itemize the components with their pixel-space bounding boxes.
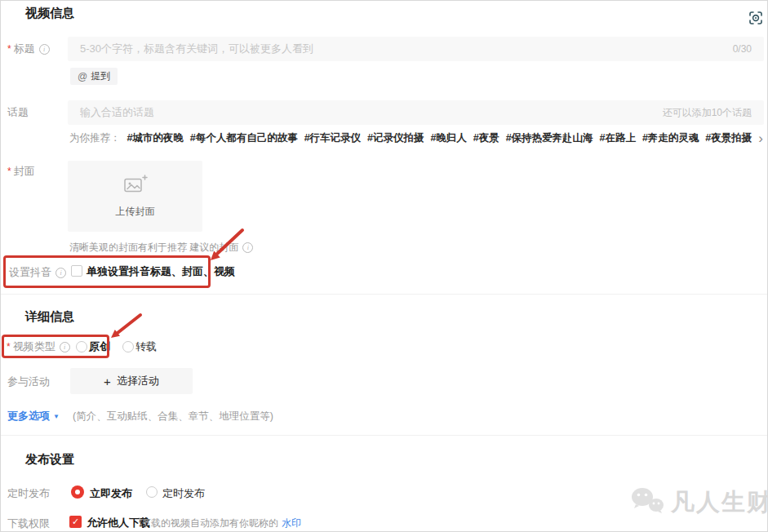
hashtag[interactable]: #城市的夜晚 [127, 131, 183, 145]
more-options-label: 更多选项 [7, 409, 50, 423]
radio-publish-timed[interactable] [146, 486, 158, 498]
activity-label: 参与活动 [7, 375, 50, 389]
upload-image-icon [123, 175, 148, 197]
title-placeholder: 5-30个字符，标题含有关键词，可以被更多人看到 [80, 42, 733, 56]
annotation-arrow-video-type [106, 312, 145, 346]
radio-publish-now[interactable] [71, 485, 84, 499]
annotation-box-video-type [2, 335, 109, 358]
chevron-right-icon[interactable]: › [758, 134, 763, 144]
download-hint-text: 下载的视频自动添加有你昵称的 [141, 516, 278, 530]
required-mark: * [7, 166, 11, 177]
topic-label-text: 话题 [7, 105, 29, 120]
mention-button[interactable]: @ 提到 [70, 68, 118, 85]
check-icon: ✓ [72, 516, 79, 526]
title-field-label: * 标题 i [7, 42, 50, 56]
download-permission-label: 下载权限 [7, 516, 50, 531]
title-char-counter: 0/30 [733, 43, 752, 55]
annotation-arrow-douyin [205, 227, 247, 268]
cover-label-text: 封面 [14, 164, 35, 179]
hashtag[interactable]: #在路上 [600, 131, 636, 145]
hashtag[interactable]: #保持热爱奔赴山海 [506, 131, 593, 145]
title-label-text: 标题 [14, 42, 35, 56]
more-options-hint: (简介、互动贴纸、合集、章节、地理位置等) [73, 410, 273, 423]
plus-icon: + [104, 375, 111, 388]
hashtag[interactable]: #行车记录仪 [304, 131, 361, 145]
more-options-toggle[interactable]: 更多选项 ▼ [7, 409, 60, 423]
hashtag[interactable]: #夜景拍摄 [705, 131, 752, 145]
annotation-box-douyin [3, 255, 211, 288]
hashtag[interactable]: #奔走的灵魂 [642, 131, 699, 145]
allow-download-checkbox[interactable]: ✓ [69, 516, 82, 528]
topic-remaining-hint: 还可以添加10个话题 [663, 106, 752, 120]
page-watermark: 凡人生财 [629, 485, 768, 520]
divider [1, 435, 767, 436]
topic-placeholder: 输入合适的话题 [80, 105, 663, 120]
schedule-label-text: 定时发布 [7, 486, 50, 501]
screen-capture-icon[interactable] [748, 10, 764, 26]
title-input[interactable]: 5-30个字符，标题含有关键词，可以被更多人看到 0/30 [68, 37, 764, 61]
activity-label-text: 参与活动 [7, 375, 50, 389]
mention-button-label: 提到 [91, 69, 110, 83]
cover-upload-label: 上传封面 [116, 205, 155, 219]
wechat-logo-icon [629, 485, 665, 520]
watermark-link[interactable]: 水印 [282, 516, 301, 530]
page-title: 视频信息 [25, 6, 74, 21]
topic-field-label: 话题 [7, 105, 29, 120]
required-mark: * [7, 43, 11, 55]
video-upload-form: 视频信息 * 标题 i 5-30个字符，标题含有关键词，可以被更多人看到 0/3… [0, 0, 768, 532]
download-label-text: 下载权限 [7, 516, 50, 531]
select-activity-label: 选择活动 [117, 374, 159, 388]
select-activity-button[interactable]: + 选择活动 [70, 368, 193, 394]
hashtag[interactable]: #夜景 [473, 131, 499, 145]
divider [1, 294, 767, 295]
at-icon: @ [78, 71, 87, 82]
radio-publish-timed-label[interactable]: 定时发布 [162, 486, 205, 501]
cover-upload-button[interactable]: 上传封面 [68, 161, 202, 232]
caret-down-icon: ▼ [53, 413, 60, 420]
hashtag[interactable]: #晚归人 [430, 131, 466, 145]
topic-input[interactable]: 输入合适的话题 还可以添加10个话题 [68, 100, 764, 125]
hashtag-suggestions: 为你推荐： #城市的夜晚 #每个人都有自己的故事 #行车记录仪 #记录仪拍摄 #… [69, 131, 763, 145]
download-hint: 下载的视频自动添加有你昵称的 水印 [141, 516, 301, 530]
info-icon[interactable]: i [39, 44, 50, 55]
hashtag[interactable]: #每个人都有自己的故事 [190, 131, 298, 145]
watermark-text: 凡人生财 [671, 486, 768, 519]
details-section-title: 详细信息 [25, 309, 74, 325]
hashtag[interactable]: #记录仪拍摄 [367, 131, 424, 145]
cover-field-label: * 封面 [7, 164, 35, 179]
radio-publish-now-label[interactable]: 立即发布 [90, 486, 132, 501]
recommend-label: 为你推荐： [69, 131, 121, 145]
schedule-label: 定时发布 [7, 486, 50, 501]
publish-section-title: 发布设置 [25, 452, 74, 468]
